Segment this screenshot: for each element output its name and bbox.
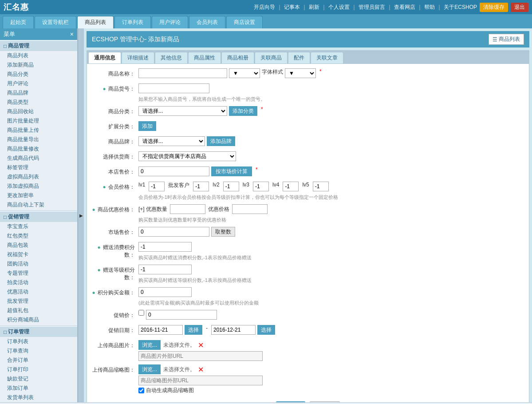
sidebar-item-img-process[interactable]: 图片批量处理 — [0, 116, 77, 126]
sidebar-close-icon[interactable]: × — [70, 31, 74, 38]
goods-sn-input[interactable] — [138, 83, 209, 93]
add-cat-button[interactable]: 添加分类 — [229, 106, 257, 116]
tab-settings[interactable]: 商店设置 — [226, 16, 263, 28]
sidebar-scroll-right[interactable]: ▶ — [78, 28, 84, 402]
sidebar-item-shortage[interactable]: 缺款登记 — [0, 374, 77, 384]
sidebar-item-add-order[interactable]: 添加订单 — [0, 384, 77, 393]
tab-setup[interactable]: 设置导航栏 — [35, 16, 76, 28]
mp-wholesale-input[interactable] — [193, 182, 209, 191]
sidebar-item-special[interactable]: 专题管理 — [0, 269, 77, 278]
sidebar-item-brand[interactable]: 商品品牌 — [0, 88, 77, 98]
sidebar-item-batch-modify[interactable]: 商品批量修改 — [0, 144, 77, 154]
market-price-input[interactable] — [138, 227, 209, 237]
sidebar-item-order-list[interactable]: 订单列表 — [0, 337, 77, 346]
sidebar-item-auction[interactable]: 拍卖活动 — [0, 278, 77, 287]
delete-thumb-icon[interactable]: ✕ — [198, 365, 204, 374]
link-about[interactable]: 关于ECSHOP — [444, 4, 477, 11]
tab-reviews[interactable]: 用户评论 — [152, 16, 188, 28]
link-notes[interactable]: 记事本 — [284, 4, 300, 11]
sidebar-item-reviews[interactable]: 用户评论 — [0, 79, 77, 88]
integral-input[interactable] — [138, 287, 192, 297]
sidebar-item-tags[interactable]: 标签管理 — [0, 163, 77, 172]
add-brand-button[interactable]: 添加品牌 — [207, 136, 235, 146]
add-ext-cat-button[interactable]: 添加 — [138, 121, 156, 131]
link-view-store[interactable]: 查看网店 — [394, 4, 415, 11]
mp-lv2-input[interactable] — [223, 182, 239, 191]
select-date-end-button[interactable]: 选择 — [257, 325, 275, 335]
cat-select[interactable]: 请选择... — [138, 106, 227, 116]
browse-thumb-button[interactable]: 浏览... — [138, 364, 161, 374]
subtab-gallery[interactable]: 商品相册 — [221, 52, 254, 63]
clear-cache-button[interactable]: 清除缓存 — [480, 3, 508, 12]
sidebar-item-virtual-list[interactable]: 虚拟商品列表 — [0, 172, 77, 182]
promo-date-start[interactable] — [138, 325, 183, 335]
sidebar-item-group-buy[interactable]: 团购活动 — [0, 259, 77, 269]
sidebar-item-goods-cat[interactable]: 商品分类 — [0, 70, 77, 79]
delete-img-icon[interactable]: ✕ — [198, 341, 204, 349]
sidebar-item-add-virtual[interactable]: 添加虚拟商品 — [0, 182, 77, 191]
mp-lv5-input[interactable] — [313, 182, 329, 191]
sidebar-item-change-enc[interactable]: 更改加密串 — [0, 191, 77, 200]
link-personal[interactable]: 个人设置 — [328, 4, 350, 11]
link-open-guide[interactable]: 开店向导 — [254, 4, 275, 11]
round-button[interactable]: 取整数 — [211, 227, 235, 237]
link-admin-msg[interactable]: 管理员留言 — [359, 4, 385, 11]
sidebar-item-gen-code[interactable]: 生成商品代码 — [0, 154, 77, 163]
link-refresh[interactable]: 刷新 — [309, 4, 319, 11]
promo-sale-checkbox[interactable] — [138, 310, 144, 316]
sidebar-item-coupon-type[interactable]: 红包类型 — [0, 231, 77, 241]
sidebar-item-pkg[interactable]: 商品包装 — [0, 241, 77, 250]
img-url-input[interactable] — [138, 351, 263, 361]
sidebar-section-title-promo[interactable]: □ 促销管理 — [0, 212, 77, 222]
goods-list-button[interactable]: ☰ 商品列表 — [489, 34, 524, 45]
subtab-parts[interactable]: 配件 — [288, 52, 310, 63]
confirm-button[interactable]: 确定 — [276, 401, 305, 402]
browse-img-button[interactable]: 浏览... — [138, 340, 161, 350]
goods-name-input[interactable] — [138, 68, 227, 78]
sidebar-item-point-goods[interactable]: 积分商城商品 — [0, 315, 77, 325]
consume-points-input[interactable] — [138, 242, 192, 252]
reset-button[interactable]: 重置 — [310, 401, 340, 402]
sidebar-item-delivery-list[interactable]: 发货单列表 — [0, 393, 77, 402]
font-size-select[interactable]: ▼ — [229, 68, 260, 78]
promo-sale-input[interactable] — [146, 310, 217, 320]
sidebar-item-order-query[interactable]: 订单查询 — [0, 346, 77, 356]
promo-date-end[interactable] — [211, 325, 256, 335]
rank-points-input[interactable] — [138, 265, 192, 274]
subtab-related[interactable]: 关联商品 — [255, 52, 288, 63]
subtab-attr[interactable]: 商品属性 — [188, 52, 221, 63]
brand-select[interactable]: 请选择... — [138, 136, 205, 146]
calc-button[interactable]: 按市场价计算 — [211, 166, 252, 176]
sidebar-item-recycle[interactable]: 商品回收站 — [0, 107, 77, 116]
sidebar-item-auto-toggle[interactable]: 商品自动上下架 — [0, 200, 77, 210]
sidebar-item-goods-list[interactable]: 商品列表 — [0, 51, 77, 60]
auto-thumb-checkbox[interactable] — [138, 388, 144, 393]
promo-qty-input[interactable] — [170, 204, 205, 214]
mp-lv3-input[interactable] — [253, 182, 269, 191]
tab-orders[interactable]: 订单列表 — [114, 16, 151, 28]
sidebar-item-gift[interactable]: 超值礼包 — [0, 306, 77, 315]
link-help[interactable]: 帮助 — [424, 4, 435, 11]
sidebar-item-lizibao[interactable]: 李宝查乐 — [0, 222, 77, 231]
thumb-url-input[interactable] — [138, 376, 263, 385]
subtab-other[interactable]: 其他信息 — [155, 52, 188, 63]
subtab-general[interactable]: 通用信息 — [88, 52, 121, 63]
mp-lv4-input[interactable] — [283, 182, 299, 191]
sidebar-item-batch-upload[interactable]: 商品批量上传 — [0, 126, 77, 135]
logout-button[interactable]: 退出 — [511, 3, 528, 12]
sidebar-item-type[interactable]: 商品类型 — [0, 98, 77, 107]
sidebar-item-merge-order[interactable]: 合并订单 — [0, 356, 77, 365]
supplier-select[interactable]: 不指定供货商属于本店商品 — [138, 151, 236, 161]
font-style-select[interactable]: ▼ — [285, 68, 316, 78]
sidebar-item-wholesale[interactable]: 批发管理 — [0, 297, 77, 306]
sidebar-item-card[interactable]: 祝福贺卡 — [0, 250, 77, 259]
sidebar-section-title-goods[interactable]: □ 商品管理 — [0, 41, 77, 51]
tab-home[interactable]: 起始页 — [3, 16, 34, 28]
promo-price-val-input[interactable] — [232, 204, 268, 214]
sidebar-item-add-goods[interactable]: 添加新商品 — [0, 60, 77, 70]
sidebar-item-print-order[interactable]: 订单打印 — [0, 365, 77, 374]
sidebar-item-discount[interactable]: 优惠活动 — [0, 287, 77, 297]
sidebar-section-title-orders[interactable]: □ 订单管理 — [0, 327, 77, 337]
subtab-detail[interactable]: 详细描述 — [122, 52, 154, 63]
shop-price-input[interactable] — [138, 166, 209, 176]
